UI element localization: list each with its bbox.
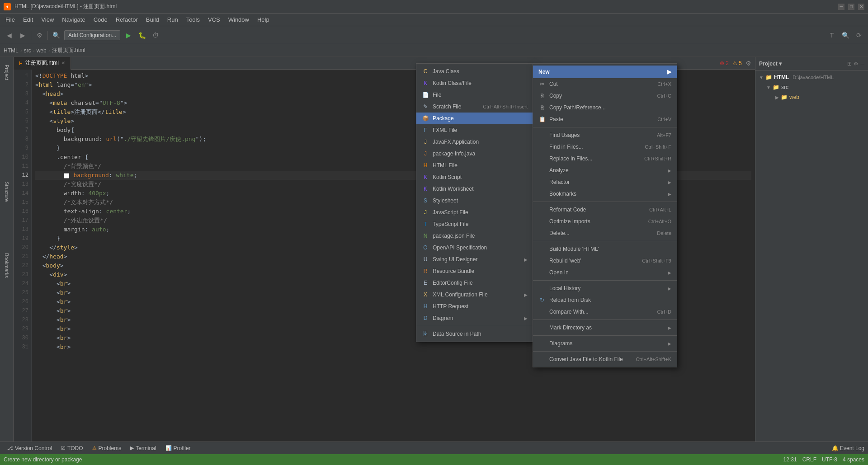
search-icon[interactable]: 🔍 [840, 30, 851, 41]
event-log-label[interactable]: 🔔 Event Log [832, 445, 864, 451]
ctx-kotlin-worksheet[interactable]: K Kotlin Worksheet [416, 183, 533, 195]
ctx-package-info[interactable]: J package-info.java [416, 148, 533, 160]
menu-help[interactable]: Help [254, 14, 273, 25]
menu-view[interactable]: View [38, 14, 57, 25]
breadcrumb-web[interactable]: web [37, 47, 47, 54]
ctx-copy-path[interactable]: ⎘ Copy Path/Reference... [533, 102, 677, 113]
ctx-editorconfig[interactable]: E EditorConfig File [416, 277, 533, 289]
back-icon[interactable]: ◀ [4, 30, 14, 41]
bookmarks-icon[interactable]: Bookmarks [1, 252, 12, 279]
editor-settings-icon[interactable]: ⚙ [745, 60, 751, 67]
menu-refactor[interactable]: Refactor [112, 14, 142, 25]
ctx-mark-directory[interactable]: Mark Directory as ▶ [533, 322, 677, 333]
ctx-kotlin-script[interactable]: K Kotlin Script [416, 171, 533, 183]
menu-build[interactable]: Build [142, 14, 163, 25]
breadcrumb-html[interactable]: HTML [4, 47, 19, 54]
bottom-tab-profiler[interactable]: 📊 Profiler [162, 442, 194, 455]
ctx-refactor[interactable]: Refactor ▶ [533, 176, 677, 188]
breadcrumb-src[interactable]: src [24, 47, 31, 54]
ctx-local-history[interactable]: Local History ▶ [533, 282, 677, 294]
package-icon: 📦 [422, 115, 429, 122]
ctx-reload-from-disk[interactable]: ↻ Reload from Disk [533, 294, 677, 306]
panel-layout-icon[interactable]: ⊞ [847, 61, 852, 67]
ctx-openapi[interactable]: O OpenAPI Specification [416, 242, 533, 254]
ctx-reformat[interactable]: Reformat Code Ctrl+Alt+L [533, 204, 677, 216]
menu-window[interactable]: Window [225, 14, 253, 25]
ctx-build-module[interactable]: Build Module 'HTML' [533, 243, 677, 255]
panel-gear-icon[interactable]: ⚙ [854, 61, 859, 67]
ctx-convert-kotlin[interactable]: Convert Java File to Kotlin File Ctrl+Al… [533, 353, 677, 365]
ctx-package[interactable]: 📦 Package [416, 113, 533, 124]
ctx-open-in[interactable]: Open In ▶ [533, 267, 677, 278]
translate-icon[interactable]: T [826, 30, 837, 41]
ctx-find-in-files[interactable]: Find in Files... Ctrl+Shift+F [533, 141, 677, 153]
ctx-file[interactable]: 📄 File [416, 89, 533, 101]
tree-item-web[interactable]: ▶ 📁 web [755, 92, 868, 102]
ctx-optimize-imports[interactable]: Optimize Imports Ctrl+Alt+O [533, 216, 677, 227]
update-icon[interactable]: ⟳ [854, 30, 864, 41]
status-encoding[interactable]: UTF-8 [822, 456, 837, 463]
title-bar: ♦ HTML [D:\javacode\HTML] - 注册页面.html ─ … [0, 0, 868, 14]
debug-button[interactable]: 🐛 [137, 30, 147, 41]
maximize-button[interactable]: □ [848, 4, 854, 10]
menu-tools[interactable]: Tools [183, 14, 203, 25]
panel-minimize-icon[interactable]: ─ [860, 61, 864, 67]
ctx-analyze[interactable]: Analyze ▶ [533, 164, 677, 176]
ctx-swing-ui[interactable]: U Swing UI Designer ▶ [416, 254, 533, 265]
tree-item-html-root[interactable]: ▼ 📁 HTML D:\javacode\HTML [755, 72, 868, 82]
menu-file[interactable]: File [2, 14, 19, 25]
tab-close-icon[interactable]: ✕ [61, 61, 65, 66]
ctx-replace-in-files[interactable]: Replace in Files... Ctrl+Shift+R [533, 153, 677, 164]
menu-code[interactable]: Code [90, 14, 111, 25]
ctx-find-usages[interactable]: Find Usages Alt+F7 [533, 129, 677, 141]
ctx-scratch-file[interactable]: ✎ Scratch File Ctrl+Alt+Shift+Insert [416, 101, 533, 113]
forward-icon[interactable]: ▶ [17, 30, 28, 41]
run-button[interactable]: ▶ [123, 30, 134, 41]
ctx-diagram[interactable]: D Diagram ▶ [416, 312, 533, 324]
ctx-paste[interactable]: 📋 Paste Ctrl+V [533, 113, 677, 125]
status-line-ending[interactable]: CRLF [802, 456, 816, 463]
ctx-cut[interactable]: ✂ Cut Ctrl+X [533, 78, 677, 90]
bottom-tab-problems[interactable]: ⚠ Problems [89, 442, 125, 455]
ctx-resource-bundle[interactable]: R Resource Bundle [416, 265, 533, 277]
ctx-fxml[interactable]: F FXML File [416, 124, 533, 136]
ctx-java-class[interactable]: C Java Class [416, 66, 533, 77]
ctx-datasource[interactable]: 🗄 Data Source in Path [416, 328, 533, 340]
ctx-js-file[interactable]: J JavaScript File [416, 207, 533, 218]
ctx-http-request[interactable]: H HTTP Request [416, 301, 533, 312]
ctx-ts-file[interactable]: T TypeScript File [416, 218, 533, 230]
ctx-copy[interactable]: ⎘ Copy Ctrl+C [533, 90, 677, 102]
ctx-bookmarks[interactable]: Bookmarks ▶ [533, 188, 677, 200]
bottom-tab-terminal[interactable]: ▶ Terminal [127, 442, 160, 455]
tab-register-page[interactable]: H 注册页面.html ✕ [14, 57, 71, 70]
structure-icon[interactable]: Structure [1, 178, 12, 205]
ctx-rebuild[interactable]: Rebuild 'web' Ctrl+Shift+F9 [533, 255, 677, 267]
bottom-tab-version-control[interactable]: ⎇ Version Control [4, 442, 56, 455]
fxml-icon: F [422, 127, 429, 134]
breadcrumb-file[interactable]: 注册页面.html [52, 47, 85, 54]
ctx-stylesheet[interactable]: S Stylesheet [416, 195, 533, 207]
settings-icon[interactable]: ⚙ [34, 30, 45, 41]
ctx-delete[interactable]: Delete... Delete [533, 227, 677, 239]
ctx-html-file[interactable]: H HTML File [416, 160, 533, 171]
tree-item-src[interactable]: ▼ 📁 src [755, 82, 868, 92]
profile-button[interactable]: ⏱ [150, 30, 161, 41]
ctx-diagrams[interactable]: Diagrams ▶ [533, 338, 677, 349]
search-everywhere-icon[interactable]: 🔍 [51, 30, 61, 41]
ctx-javafx[interactable]: J JavaFX Application [416, 136, 533, 148]
menu-edit[interactable]: Edit [19, 14, 37, 25]
bottom-tab-todo[interactable]: ☑ TODO [57, 442, 86, 455]
ctx-kotlin-class[interactable]: K Kotlin Class/File [416, 77, 533, 89]
project-icon[interactable]: Project [1, 59, 12, 86]
bottom-tabs: ⎇ Version Control ☑ TODO ⚠ Problems ▶ Te… [0, 442, 868, 454]
menu-run[interactable]: Run [164, 14, 182, 25]
menu-vcs[interactable]: VCS [204, 14, 224, 25]
menu-navigate[interactable]: Navigate [58, 14, 89, 25]
add-configuration-button[interactable]: Add Configuration... [64, 30, 120, 40]
ctx-compare-with[interactable]: Compare With... Ctrl+D [533, 306, 677, 318]
status-indentation[interactable]: 4 spaces [843, 456, 864, 463]
ctx-package-json[interactable]: N package.json File [416, 230, 533, 242]
minimize-button[interactable]: ─ [838, 4, 844, 10]
ctx-xml-config[interactable]: X XML Configuration File ▶ [416, 289, 533, 301]
close-button[interactable]: ✕ [858, 4, 864, 10]
